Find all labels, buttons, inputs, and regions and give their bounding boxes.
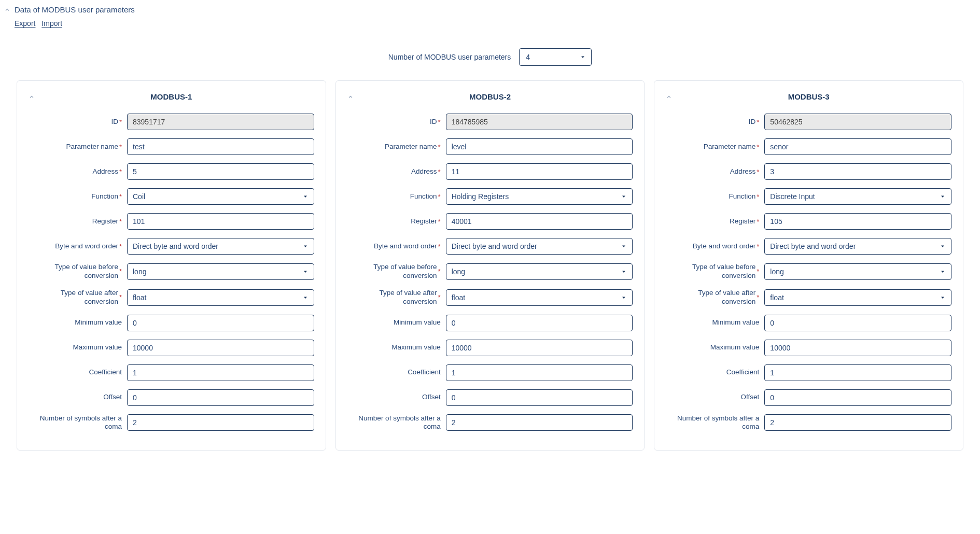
parameter-name-label: Parameter name <box>66 143 118 151</box>
minimum-value-field: Minimum value <box>666 315 951 331</box>
address-field: Address* <box>347 163 633 180</box>
symbols-after-coma-input[interactable] <box>446 414 633 431</box>
type-after-label: Type of value after conversion <box>347 289 437 306</box>
minimum-value-input[interactable] <box>764 315 951 331</box>
id-field: ID* <box>666 114 951 130</box>
register-input[interactable] <box>446 213 633 230</box>
address-input[interactable] <box>446 163 633 180</box>
register-input[interactable] <box>127 213 314 230</box>
type-after-label-wrap: Type of value after conversion* <box>347 289 441 306</box>
required-asterisk: * <box>119 243 122 250</box>
parameter-name-input[interactable] <box>127 138 314 155</box>
byte-word-order-select[interactable]: Direct byte and word order <box>127 238 314 255</box>
type-before-label: Type of value before conversion <box>29 263 118 280</box>
required-asterisk: * <box>438 294 441 301</box>
chevron-up-icon[interactable] <box>347 94 354 100</box>
byte-word-order-field: Byte and word order*Direct byte and word… <box>29 238 314 255</box>
byte-word-order-field: Byte and word order*Direct byte and word… <box>347 238 633 255</box>
byte-word-order-value: Direct byte and word order <box>452 242 537 250</box>
maximum-value-input[interactable] <box>764 340 951 356</box>
register-label: Register <box>92 217 118 226</box>
register-input[interactable] <box>764 213 951 230</box>
address-label-wrap: Address* <box>347 167 441 176</box>
header-actions: Export Import <box>0 16 980 27</box>
required-asterisk: * <box>757 294 759 301</box>
minimum-value-input[interactable] <box>446 315 633 331</box>
svg-marker-0 <box>581 57 584 59</box>
byte-word-order-label-wrap: Byte and word order* <box>347 242 441 251</box>
address-input[interactable] <box>764 163 951 180</box>
symbols-after-coma-input[interactable] <box>764 414 951 431</box>
address-field: Address* <box>666 163 951 180</box>
parameter-name-label-wrap: Parameter name* <box>666 143 759 151</box>
type-before-value: long <box>133 268 146 276</box>
chevron-up-icon[interactable] <box>29 94 35 100</box>
maximum-value-label: Maximum value <box>391 343 441 352</box>
maximum-value-label: Maximum value <box>710 343 760 352</box>
required-asterisk: * <box>757 268 759 275</box>
type-before-select[interactable]: long <box>446 263 633 280</box>
svg-marker-7 <box>622 271 625 273</box>
register-field: Register* <box>666 213 951 230</box>
parameter-name-input[interactable] <box>446 138 633 155</box>
type-before-label-wrap: Type of value before conversion* <box>666 263 759 280</box>
symbols-after-coma-label-wrap: Number of symbols after a coma <box>666 414 759 432</box>
parameter-name-label: Parameter name <box>704 143 756 151</box>
byte-word-order-select[interactable]: Direct byte and word order <box>446 238 633 255</box>
address-label: Address <box>92 167 118 176</box>
register-label-wrap: Register* <box>347 217 441 226</box>
maximum-value-input[interactable] <box>446 340 633 356</box>
required-asterisk: * <box>757 144 759 150</box>
type-after-select[interactable]: float <box>127 289 314 306</box>
svg-marker-1 <box>304 196 307 198</box>
function-label: Function <box>410 192 437 201</box>
function-select[interactable]: Discrete Input <box>764 188 951 205</box>
required-asterisk: * <box>757 218 759 225</box>
parameter-count-select[interactable]: 4 <box>519 48 592 66</box>
register-label-wrap: Register* <box>29 217 122 226</box>
offset-input[interactable] <box>764 389 951 406</box>
parameter-name-label: Parameter name <box>385 143 437 151</box>
minimum-value-input[interactable] <box>127 315 314 331</box>
section-title: Data of MODBUS user parameters <box>15 5 135 14</box>
address-input[interactable] <box>127 163 314 180</box>
chevron-up-icon[interactable] <box>666 94 672 100</box>
register-label-wrap: Register* <box>666 217 759 226</box>
required-asterisk: * <box>119 168 122 175</box>
symbols-after-coma-label: Number of symbols after a coma <box>666 414 759 432</box>
type-before-field: Type of value before conversion*long <box>666 263 951 280</box>
offset-input[interactable] <box>446 389 633 406</box>
section-header[interactable]: Data of MODBUS user parameters <box>0 3 980 16</box>
caret-down-icon <box>940 269 946 275</box>
coefficient-input[interactable] <box>446 364 633 381</box>
register-label: Register <box>411 217 437 226</box>
import-link[interactable]: Import <box>41 19 62 27</box>
coefficient-label: Coefficient <box>726 368 760 377</box>
export-link[interactable]: Export <box>15 19 35 27</box>
coefficient-input[interactable] <box>127 364 314 381</box>
type-before-label-wrap: Type of value before conversion* <box>347 263 441 280</box>
parameter-name-field: Parameter name* <box>666 138 951 155</box>
svg-marker-6 <box>622 246 625 248</box>
type-after-select[interactable]: float <box>446 289 633 306</box>
id-input <box>764 114 951 130</box>
symbols-after-coma-input[interactable] <box>127 414 314 431</box>
type-before-select[interactable]: long <box>127 263 314 280</box>
type-after-select[interactable]: float <box>764 289 951 306</box>
id-input <box>446 114 633 130</box>
byte-word-order-select[interactable]: Direct byte and word order <box>764 238 951 255</box>
address-field: Address* <box>29 163 314 180</box>
function-select[interactable]: Holding Registers <box>446 188 633 205</box>
symbols-after-coma-field: Number of symbols after a coma <box>666 414 951 432</box>
offset-input[interactable] <box>127 389 314 406</box>
required-asterisk: * <box>119 144 122 150</box>
register-field: Register* <box>29 213 314 230</box>
type-before-select[interactable]: long <box>764 263 951 280</box>
maximum-value-input[interactable] <box>127 340 314 356</box>
parameter-name-input[interactable] <box>764 138 951 155</box>
function-field: Function*Holding Registers <box>347 188 633 205</box>
symbols-after-coma-label: Number of symbols after a coma <box>347 414 441 432</box>
id-label: ID <box>430 118 437 127</box>
coefficient-input[interactable] <box>764 364 951 381</box>
function-select[interactable]: Coil <box>127 188 314 205</box>
